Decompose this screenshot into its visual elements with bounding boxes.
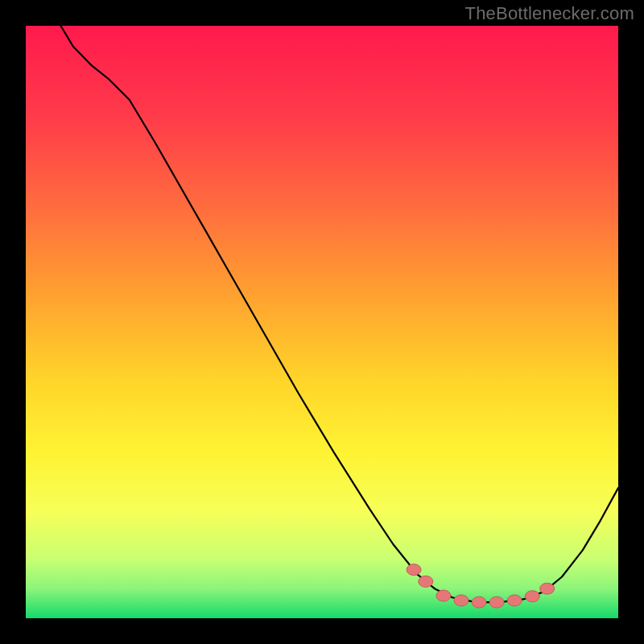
plot-background — [26, 26, 618, 618]
curve-marker — [525, 591, 539, 602]
curve-marker — [489, 597, 504, 608]
curve-marker — [507, 595, 522, 606]
curve-marker — [436, 590, 451, 601]
curve-marker — [419, 576, 433, 587]
curve-marker — [407, 564, 421, 576]
watermark-text: TheBottlenecker.com — [465, 3, 634, 24]
chart-container: TheBottlenecker.com — [0, 0, 644, 644]
curve-marker — [540, 583, 555, 594]
curve-marker — [472, 597, 486, 608]
chart-svg — [0, 0, 644, 644]
curve-marker — [454, 595, 469, 606]
